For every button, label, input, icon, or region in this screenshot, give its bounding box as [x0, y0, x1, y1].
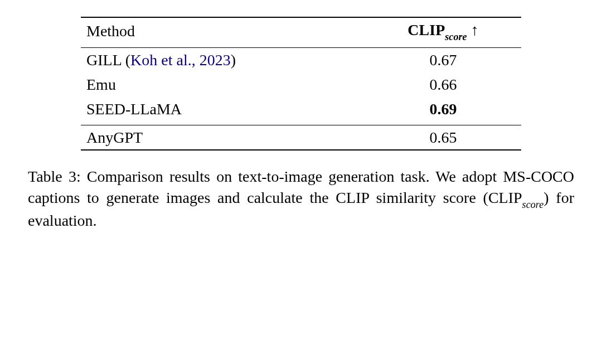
- results-table-container: Method CLIPscore ↑ GILL (Koh et al., 202…: [81, 17, 521, 151]
- table-row: Emu 0.66: [81, 72, 521, 97]
- header-method: Method: [81, 17, 365, 44]
- table-row: SEED-LLaMA 0.69: [81, 97, 521, 122]
- header-score-sub: score: [445, 31, 467, 42]
- cell-method: Emu: [81, 72, 365, 97]
- cite-close: ): [231, 51, 236, 69]
- caption-text-before: Comparison results on text-to-image gene…: [28, 168, 574, 206]
- cite-open: (: [122, 51, 130, 69]
- method-name: Emu: [86, 76, 116, 93]
- citation-link[interactable]: Koh et al., 2023: [130, 51, 231, 69]
- cell-score: 0.65: [365, 125, 521, 150]
- cell-score-best: 0.69: [365, 97, 521, 122]
- header-score-prefix: CLIP: [407, 21, 445, 38]
- method-name: AnyGPT: [86, 129, 143, 146]
- cell-method: SEED-LLaMA: [81, 97, 365, 122]
- header-score: CLIPscore ↑: [365, 17, 521, 44]
- method-name: GILL: [86, 51, 122, 69]
- up-arrow-icon: ↑: [471, 21, 479, 38]
- caption-sub: score: [522, 199, 544, 210]
- cell-score: 0.66: [365, 72, 521, 97]
- cell-method: AnyGPT: [81, 125, 365, 150]
- caption-label: Table 3:: [28, 168, 81, 185]
- table-row: GILL (Koh et al., 2023) 0.67: [81, 48, 521, 72]
- cell-method: GILL (Koh et al., 2023): [81, 48, 365, 72]
- results-table: Method CLIPscore ↑ GILL (Koh et al., 202…: [81, 17, 521, 151]
- table-caption: Table 3: Comparison results on text-to-i…: [28, 166, 574, 231]
- table-row: AnyGPT 0.65: [81, 125, 521, 150]
- cell-score: 0.67: [365, 48, 521, 72]
- method-name: SEED-LLaMA: [86, 100, 182, 118]
- table-header-row: Method CLIPscore ↑: [81, 17, 521, 44]
